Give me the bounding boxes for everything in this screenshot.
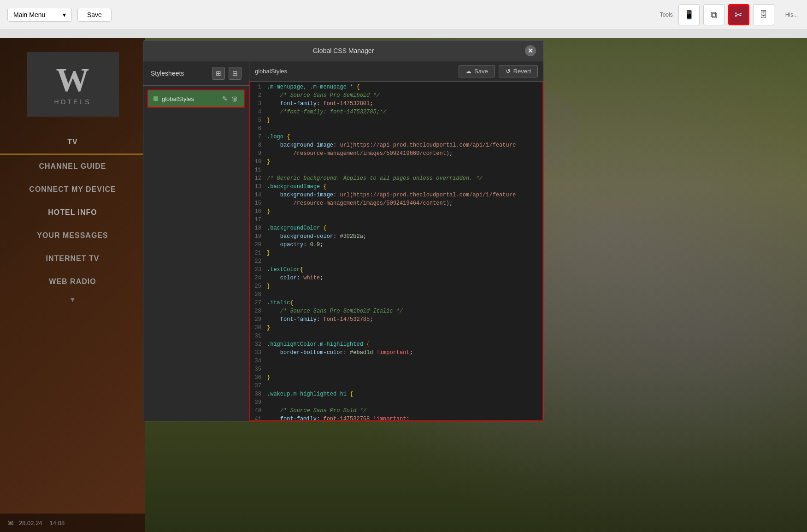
code-line: 8 background-image: url(https://api-prod… (250, 142, 542, 150)
code-line: 41 font-family: font-147532768 !importan… (250, 415, 542, 421)
code-line: 9 /resource-management/images/5092419660… (250, 150, 542, 158)
code-line: 3 font-family: font-147532801; (250, 100, 542, 108)
line-content: border-bottom-color: #ebad1d !important; (267, 349, 542, 356)
line-number: 41 (250, 416, 267, 421)
line-number: 5 (250, 117, 267, 124)
dropdown-arrow-icon: ▾ (63, 11, 66, 18)
line-number: 30 (250, 325, 267, 331)
line-number: 29 (250, 316, 267, 323)
line-number: 3 (250, 100, 267, 107)
code-line: 32.highlightColor.m-highlighted { (250, 341, 542, 349)
stylesheet-item-globalstyles[interactable]: globalStyles ✎ 🗑 (147, 89, 245, 108)
code-editor[interactable]: 1.m-menupage, .m-menupage * {2 /* Source… (249, 82, 543, 421)
line-number: 2 (250, 92, 267, 99)
line-content: } (267, 374, 542, 381)
code-line: 39 (250, 399, 542, 407)
line-number: 24 (250, 275, 267, 281)
css-manager-body: Stylesheets ⊞ ⊟ globalStyles (143, 61, 543, 421)
scissors-tool-button[interactable]: ✂ (728, 4, 749, 25)
line-number: 6 (250, 125, 267, 132)
save-cloud-icon: ☁ (465, 68, 471, 75)
main-menu-dropdown[interactable]: Main Menu ▾ (7, 8, 72, 22)
code-line: 11 (250, 166, 542, 175)
stylesheet-add-button[interactable]: ⊞ (212, 67, 225, 80)
css-manager-title-bar: Global CSS Manager ✕ (143, 41, 543, 61)
line-number: 39 (250, 399, 267, 406)
stylesheet-item-name: globalStyles (162, 95, 194, 102)
layers-icon: ⧉ (711, 10, 717, 20)
line-number: 19 (250, 233, 267, 240)
layers-tool-button[interactable]: ⧉ (703, 4, 725, 25)
line-number: 20 (250, 242, 267, 248)
code-line: 25} (250, 283, 542, 291)
line-number: 31 (250, 333, 267, 339)
line-number: 10 (250, 159, 267, 165)
line-number: 7 (250, 134, 267, 140)
phone-tool-button[interactable]: 📱 (678, 4, 700, 25)
line-content: .highlightColor.m-highlighted { (267, 341, 542, 348)
stylesheet-import-button[interactable]: ⊟ (229, 67, 242, 80)
save-css-button[interactable]: ☁ Save (459, 65, 495, 77)
line-number: 17 (250, 217, 267, 223)
code-line: 23.textColor{ (250, 266, 542, 274)
revert-icon: ↺ (506, 68, 511, 75)
history-label: His... (785, 12, 798, 18)
modal-backdrop: Global CSS Manager ✕ Stylesheets ⊞ ⊟ (0, 38, 807, 532)
code-line: 15 /resource-management/images/509241946… (250, 200, 542, 208)
save-button[interactable]: Save (77, 8, 112, 22)
database-icon: 🗄 (760, 10, 768, 20)
code-line: 6 (250, 125, 542, 133)
stylesheet-edit-button[interactable]: ✎ (221, 94, 229, 103)
line-content: background-image: url(https://api-prod.t… (267, 142, 542, 148)
code-line: 30} (250, 324, 542, 332)
line-number: 27 (250, 300, 267, 306)
line-number: 11 (250, 167, 267, 173)
line-number: 8 (250, 142, 267, 148)
line-content: background-color: #302b2a; (267, 233, 542, 240)
line-number: 12 (250, 175, 267, 182)
code-line: 22 (250, 258, 542, 266)
line-content: } (267, 325, 542, 331)
stylesheet-item-left: globalStyles (153, 95, 194, 102)
stylesheets-header: Stylesheets ⊞ ⊟ (143, 61, 249, 86)
css-editor-name: globalStyles (255, 68, 455, 75)
code-line: 40 /* Source Sans Pro Bold */ (250, 407, 542, 415)
stylesheets-title: Stylesheets (151, 70, 184, 77)
code-line: 20 opacity: 0.9; (250, 241, 542, 249)
database-tool-button[interactable]: 🗄 (753, 4, 774, 25)
line-content: } (267, 117, 542, 124)
code-line: 5} (250, 117, 542, 125)
line-number: 1 (250, 84, 267, 90)
code-line: 10} (250, 158, 542, 166)
code-line: 29 font-family: font-147532785; (250, 316, 542, 324)
line-content: /* Source Sans Pro Bold */ (267, 408, 542, 414)
stylesheet-delete-button[interactable]: 🗑 (230, 94, 239, 103)
line-number: 23 (250, 266, 267, 273)
code-line: 21} (250, 249, 542, 258)
line-content: } (267, 208, 542, 215)
line-content: /* Generic background. Applies to all pa… (267, 175, 542, 182)
stylesheet-item-actions: ✎ 🗑 (221, 94, 239, 103)
line-content: } (267, 250, 542, 256)
css-editor-panel: globalStyles ☁ Save ↺ Revert 1.m-menupag… (249, 61, 543, 421)
revert-css-button[interactable]: ↺ Revert (499, 65, 538, 77)
code-line: 17 (250, 216, 542, 225)
line-content: opacity: 0.9; (267, 242, 542, 248)
line-content: color: white; (267, 275, 542, 281)
line-number: 13 (250, 183, 267, 190)
line-number: 38 (250, 391, 267, 397)
code-line: 27.italic{ (250, 299, 542, 307)
line-number: 32 (250, 341, 267, 348)
stylesheets-panel: Stylesheets ⊞ ⊟ globalStyles (143, 61, 249, 421)
line-content: /*font-family: font-147532785;*/ (267, 109, 542, 115)
line-content: font-family: font-147532768 !important; (267, 416, 542, 421)
line-number: 16 (250, 208, 267, 215)
code-line: 2 /* Source Sans Pro Semibold */ (250, 92, 542, 100)
svg-rect-0 (0, 30, 807, 38)
line-number: 33 (250, 349, 267, 356)
line-number: 37 (250, 383, 267, 389)
line-number: 26 (250, 291, 267, 298)
line-content: font-family: font-147532785; (267, 316, 542, 323)
import-icon: ⊟ (232, 70, 238, 77)
css-manager-close-button[interactable]: ✕ (525, 45, 536, 56)
